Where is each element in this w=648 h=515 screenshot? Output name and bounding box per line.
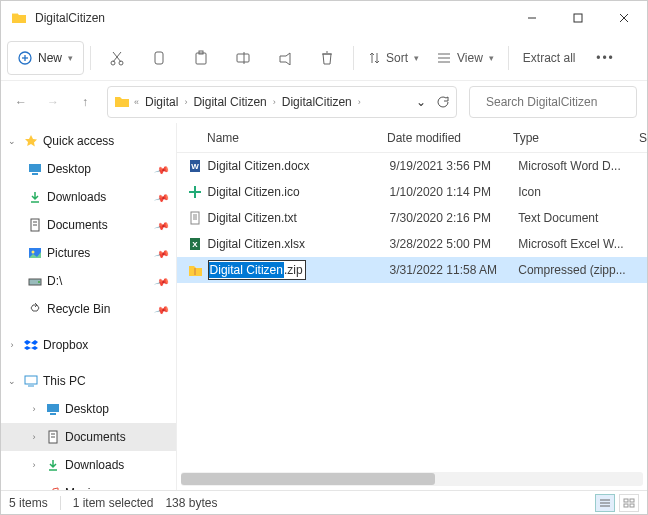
file-name: Digital Citizen.docx (208, 159, 390, 173)
file-name: Digital Citizen.txt (208, 211, 390, 225)
back-button[interactable]: ← (11, 92, 31, 112)
svg-point-27 (38, 281, 40, 283)
col-name[interactable]: Name (207, 131, 387, 145)
sidebar-item[interactable]: Documents 📌 (1, 211, 176, 239)
sidebar-item[interactable]: Pictures 📌 (1, 239, 176, 267)
ellipsis-icon: ••• (596, 51, 615, 65)
sidebar-item[interactable]: › Music (1, 479, 176, 490)
svg-rect-52 (624, 499, 628, 502)
breadcrumb[interactable]: DigitalCitizen (280, 93, 354, 111)
sidebar-item-label: Documents (65, 430, 176, 444)
extract-all-button[interactable]: Extract all (515, 41, 584, 75)
column-headers[interactable]: Name Date modified Type S (177, 123, 647, 153)
pin-icon: 📌 (154, 245, 170, 261)
share-icon (277, 51, 293, 65)
file-row[interactable]: X Digital Citizen.xlsx 3/28/2022 5:00 PM… (177, 231, 647, 257)
pc-icon (23, 373, 39, 389)
svg-rect-54 (624, 504, 628, 507)
file-date: 9/19/2021 3:56 PM (390, 159, 519, 173)
svg-rect-10 (196, 53, 206, 64)
close-button[interactable] (601, 2, 647, 34)
folder-icon (11, 10, 27, 26)
paste-button[interactable] (181, 41, 221, 75)
sidebar-item-label: Recycle Bin (47, 302, 152, 316)
view-icon (437, 52, 451, 64)
copy-button[interactable] (139, 41, 179, 75)
this-pc[interactable]: ⌄This PC (1, 367, 176, 395)
new-button[interactable]: New ▾ (7, 41, 84, 75)
file-row[interactable]: Digital Citizen.txt 7/30/2020 2:16 PM Te… (177, 205, 647, 231)
rename-button[interactable] (223, 41, 263, 75)
window-title: DigitalCitizen (35, 11, 509, 25)
download-icon (45, 457, 61, 473)
refresh-button[interactable] (436, 95, 450, 109)
sidebar-item[interactable]: Desktop 📌 (1, 155, 176, 183)
svg-rect-9 (155, 52, 163, 64)
sidebar-item[interactable]: › Desktop (1, 395, 176, 423)
share-button[interactable] (265, 41, 305, 75)
sidebar-item[interactable]: › Documents (1, 423, 176, 451)
search-box[interactable] (469, 86, 637, 118)
history-dropdown[interactable]: ⌄ (416, 95, 426, 109)
sidebar-item[interactable]: D:\ 📌 (1, 267, 176, 295)
sidebar-item-label: Desktop (65, 402, 176, 416)
quick-access[interactable]: ⌄Quick access (1, 127, 176, 155)
col-date[interactable]: Date modified (387, 131, 513, 145)
trash-icon (320, 50, 334, 66)
col-size[interactable]: S (639, 131, 647, 145)
sort-icon (368, 51, 380, 65)
drive-icon (27, 273, 43, 289)
address-bar[interactable]: « Digital› Digital Citizen› DigitalCitiz… (107, 86, 457, 118)
navigation-pane[interactable]: ⌄Quick access Desktop 📌 Downloads 📌 Docu… (1, 123, 177, 490)
svg-rect-53 (630, 499, 634, 502)
more-button[interactable]: ••• (586, 41, 626, 75)
file-row[interactable]: W Digital Citizen.docx 9/19/2021 3:56 PM… (177, 153, 647, 179)
file-date: 3/31/2022 11:58 AM (390, 263, 519, 277)
svg-rect-28 (25, 376, 37, 384)
breadcrumb[interactable]: Digital Citizen (191, 93, 268, 111)
svg-rect-55 (630, 504, 634, 507)
sidebar-item-label: Downloads (47, 190, 152, 204)
new-label: New (38, 51, 62, 65)
cut-button[interactable] (97, 41, 137, 75)
forward-button[interactable]: → (43, 92, 63, 112)
minimize-button[interactable] (509, 2, 555, 34)
file-type: Text Document (518, 211, 647, 225)
breadcrumb[interactable]: Digital (143, 93, 180, 111)
sidebar-item[interactable]: Recycle Bin 📌 (1, 295, 176, 323)
sidebar-item[interactable]: › Downloads (1, 451, 176, 479)
up-button[interactable]: ↑ (75, 92, 95, 112)
file-row-selected[interactable]: Digital Citizen.zip 3/31/2022 11:58 AM C… (177, 257, 647, 283)
sidebar-item[interactable]: Downloads 📌 (1, 183, 176, 211)
desktop-icon (27, 161, 43, 177)
title-bar: DigitalCitizen (1, 1, 647, 35)
pic-icon (27, 245, 43, 261)
svg-text:X: X (193, 240, 199, 249)
thumbnails-view-button[interactable] (619, 494, 639, 512)
file-type: Microsoft Word D... (518, 159, 647, 173)
dropbox[interactable]: ›Dropbox (1, 331, 176, 359)
paste-icon (194, 50, 208, 66)
col-type[interactable]: Type (513, 131, 639, 145)
zip-icon (187, 262, 204, 278)
search-input[interactable] (486, 95, 636, 109)
folder-icon (114, 95, 130, 109)
file-row[interactable]: Digital Citizen.ico 1/10/2020 1:14 PM Ic… (177, 179, 647, 205)
view-button[interactable]: View▾ (429, 41, 502, 75)
file-name-editing[interactable]: Digital Citizen.zip (208, 260, 390, 280)
sidebar-item-label: Pictures (47, 246, 152, 260)
txt-icon (187, 210, 204, 226)
file-date: 1/10/2020 1:14 PM (390, 185, 519, 199)
file-type: Icon (518, 185, 647, 199)
file-type: Compressed (zipp... (518, 263, 647, 277)
sort-button[interactable]: Sort▾ (360, 41, 427, 75)
maximize-button[interactable] (555, 2, 601, 34)
svg-rect-30 (47, 404, 59, 412)
details-view-button[interactable] (595, 494, 615, 512)
file-date: 7/30/2020 2:16 PM (390, 211, 519, 225)
horizontal-scrollbar[interactable] (181, 472, 643, 486)
delete-button[interactable] (307, 41, 347, 75)
nav-row: ← → ↑ « Digital› Digital Citizen› Digita… (1, 81, 647, 123)
pin-icon: 📌 (154, 189, 170, 205)
sidebar-item-label: D:\ (47, 274, 152, 288)
